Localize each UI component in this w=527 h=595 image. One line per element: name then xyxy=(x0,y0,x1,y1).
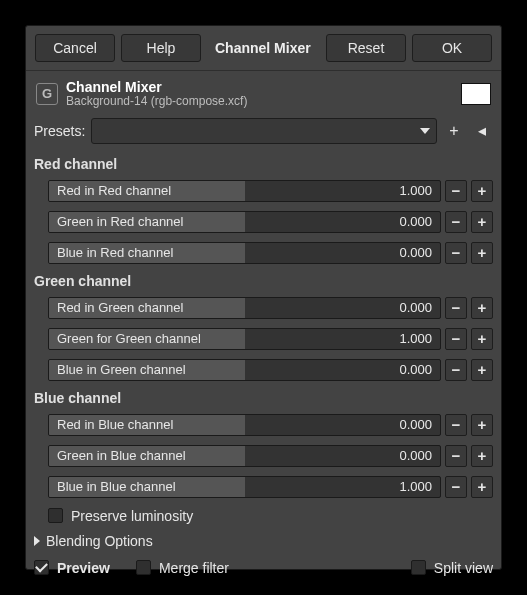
plus-icon: + xyxy=(478,299,487,316)
slider-green-in-red: Green in Red channel 0.000 − + xyxy=(34,208,493,236)
filter-source: Background-14 (rgb-compose.xcf) xyxy=(66,95,453,109)
increment-button[interactable]: + xyxy=(471,445,493,467)
increment-button[interactable]: + xyxy=(471,297,493,319)
split-view-label: Split view xyxy=(434,560,493,576)
slider-label: Green in Red channel xyxy=(57,214,183,229)
channel-mixer-dialog: Cancel Help Channel Mixer Reset OK G Cha… xyxy=(25,25,502,570)
blending-options-label: Blending Options xyxy=(46,533,153,549)
preview-checkbox[interactable] xyxy=(34,560,49,575)
decrement-button[interactable]: − xyxy=(445,359,467,381)
blending-options-expander[interactable]: Blending Options xyxy=(34,529,493,551)
decrement-button[interactable]: − xyxy=(445,211,467,233)
section-green-label: Green channel xyxy=(34,270,493,291)
decrement-button[interactable]: − xyxy=(445,297,467,319)
increment-button[interactable]: + xyxy=(471,414,493,436)
increment-button[interactable]: + xyxy=(471,242,493,264)
slider-green-in-red-track[interactable]: Green in Red channel 0.000 xyxy=(48,211,441,233)
slider-value: 0.000 xyxy=(399,214,432,229)
slider-blue-in-red-track[interactable]: Blue in Red channel 0.000 xyxy=(48,242,441,264)
preserve-luminosity-label: Preserve luminosity xyxy=(71,508,193,524)
plus-icon: + xyxy=(478,182,487,199)
minus-icon: − xyxy=(452,416,461,433)
add-preset-button[interactable]: + xyxy=(443,120,465,142)
minus-icon: − xyxy=(452,330,461,347)
slider-value: 0.000 xyxy=(399,448,432,463)
slider-value: 0.000 xyxy=(399,417,432,432)
preview-swatch[interactable] xyxy=(461,83,491,105)
ok-button[interactable]: OK xyxy=(412,34,492,62)
decrement-button[interactable]: − xyxy=(445,414,467,436)
manage-presets-button[interactable]: ◂ xyxy=(471,120,493,142)
plus-icon: + xyxy=(478,213,487,230)
plus-icon: + xyxy=(478,447,487,464)
slider-red-in-green: Red in Green channel 0.000 − + xyxy=(34,294,493,322)
help-button[interactable]: Help xyxy=(121,34,201,62)
slider-label: Green in Blue channel xyxy=(57,448,186,463)
split-view-checkbox[interactable] xyxy=(411,560,426,575)
plus-icon: + xyxy=(449,122,458,140)
manage-icon: ◂ xyxy=(478,121,486,140)
slider-label: Green for Green channel xyxy=(57,331,201,346)
slider-value: 1.000 xyxy=(399,331,432,346)
preserve-luminosity-checkbox[interactable] xyxy=(48,508,63,523)
slider-label: Red in Green channel xyxy=(57,300,183,315)
decrement-button[interactable]: − xyxy=(445,476,467,498)
minus-icon: − xyxy=(452,478,461,495)
slider-value: 1.000 xyxy=(399,479,432,494)
slider-label: Blue in Blue channel xyxy=(57,479,176,494)
increment-button[interactable]: + xyxy=(471,328,493,350)
slider-blue-in-blue-track[interactable]: Blue in Blue channel 1.000 xyxy=(48,476,441,498)
slider-green-in-green-track[interactable]: Green for Green channel 1.000 xyxy=(48,328,441,350)
slider-green-in-blue: Green in Blue channel 0.000 − + xyxy=(34,442,493,470)
slider-red-in-red-track[interactable]: Red in Red channel 1.000 xyxy=(48,180,441,202)
slider-label: Red in Red channel xyxy=(57,183,171,198)
filter-header: G Channel Mixer Background-14 (rgb-compo… xyxy=(34,77,493,113)
decrement-button[interactable]: − xyxy=(445,180,467,202)
slider-green-in-blue-track[interactable]: Green in Blue channel 0.000 xyxy=(48,445,441,467)
section-red-label: Red channel xyxy=(34,153,493,174)
filter-title: Channel Mixer xyxy=(66,79,453,95)
plus-icon: + xyxy=(478,478,487,495)
slider-blue-in-red: Blue in Red channel 0.000 − + xyxy=(34,239,493,267)
slider-blue-in-green-track[interactable]: Blue in Green channel 0.000 xyxy=(48,359,441,381)
increment-button[interactable]: + xyxy=(471,359,493,381)
chevron-down-icon xyxy=(420,128,430,134)
bottom-options-row: Preview Merge filter Split view xyxy=(34,554,493,576)
slider-red-in-red: Red in Red channel 1.000 − + xyxy=(34,177,493,205)
increment-button[interactable]: + xyxy=(471,211,493,233)
gimp-icon: G xyxy=(36,83,58,105)
merge-filter-checkbox[interactable] xyxy=(136,560,151,575)
minus-icon: − xyxy=(452,213,461,230)
minus-icon: − xyxy=(452,299,461,316)
presets-row: Presets: + ◂ xyxy=(34,116,493,150)
decrement-button[interactable]: − xyxy=(445,242,467,264)
slider-red-in-green-track[interactable]: Red in Green channel 0.000 xyxy=(48,297,441,319)
increment-button[interactable]: + xyxy=(471,180,493,202)
slider-value: 0.000 xyxy=(399,362,432,377)
slider-green-in-green: Green for Green channel 1.000 − + xyxy=(34,325,493,353)
slider-value: 0.000 xyxy=(399,245,432,260)
slider-value: 1.000 xyxy=(399,183,432,198)
plus-icon: + xyxy=(478,330,487,347)
slider-red-in-blue: Red in Blue channel 0.000 − + xyxy=(34,411,493,439)
minus-icon: − xyxy=(452,244,461,261)
slider-label: Red in Blue channel xyxy=(57,417,173,432)
plus-icon: + xyxy=(478,361,487,378)
minus-icon: − xyxy=(452,447,461,464)
slider-label: Blue in Green channel xyxy=(57,362,186,377)
cancel-button[interactable]: Cancel xyxy=(35,34,115,62)
slider-red-in-blue-track[interactable]: Red in Blue channel 0.000 xyxy=(48,414,441,436)
dialog-content: G Channel Mixer Background-14 (rgb-compo… xyxy=(26,71,501,586)
slider-blue-in-green: Blue in Green channel 0.000 − + xyxy=(34,356,493,384)
section-blue-label: Blue channel xyxy=(34,387,493,408)
plus-icon: + xyxy=(478,244,487,261)
filter-header-texts: Channel Mixer Background-14 (rgb-compose… xyxy=(66,79,453,109)
decrement-button[interactable]: − xyxy=(445,328,467,350)
increment-button[interactable]: + xyxy=(471,476,493,498)
slider-blue-in-blue: Blue in Blue channel 1.000 − + xyxy=(34,473,493,501)
decrement-button[interactable]: − xyxy=(445,445,467,467)
presets-combo[interactable] xyxy=(91,118,437,144)
slider-value: 0.000 xyxy=(399,300,432,315)
minus-icon: − xyxy=(452,361,461,378)
reset-button[interactable]: Reset xyxy=(326,34,406,62)
